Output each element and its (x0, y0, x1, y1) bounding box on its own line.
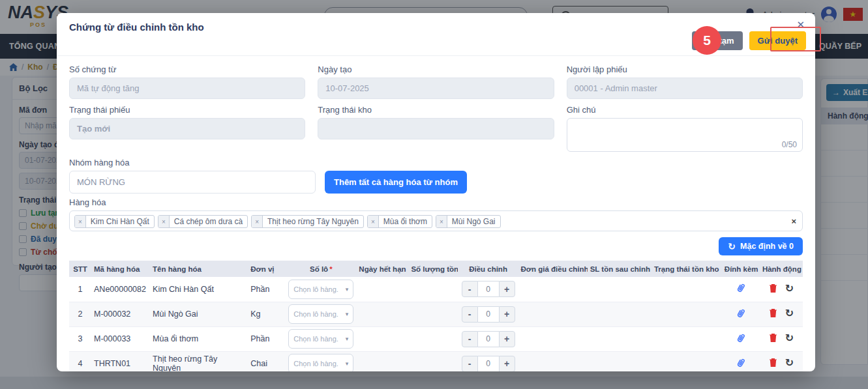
decrement-button[interactable]: - (462, 281, 478, 297)
table-row: 2 M-000032 Mùi Ngò Gai Kg Chọn lô hàng.▾… (69, 302, 803, 326)
quantity-stepper[interactable]: -0+ (462, 281, 515, 297)
tag-label: Mùa ổi thơm (379, 216, 432, 227)
paperclip-icon[interactable] (734, 331, 747, 345)
stock-cell (408, 326, 458, 351)
lot-select[interactable]: Chọn lô hàng.▾ (288, 329, 353, 349)
quantity-stepper[interactable]: -0+ (462, 331, 515, 347)
status-badge: Tạo mới (77, 124, 110, 134)
remove-tag-icon[interactable]: × (368, 216, 379, 227)
note-textarea[interactable] (567, 118, 803, 152)
product-name: Thịt heo rừng Tây Nguyên (150, 351, 248, 371)
creator-input (567, 78, 803, 99)
chevron-down-icon: ▾ (346, 336, 349, 342)
refresh-icon[interactable]: ↻ (785, 283, 794, 294)
product-code: M-000033 (91, 326, 150, 351)
trash-icon[interactable] (769, 308, 777, 318)
product-code: ANe00000082 (91, 277, 150, 302)
product-unit: Kg (248, 302, 286, 326)
paperclip-icon[interactable] (734, 306, 747, 320)
lot-select[interactable]: Chọn lô hàng.▾ (288, 354, 353, 371)
product-group-label: Nhóm hàng hóa (69, 158, 803, 167)
refresh-icon[interactable]: ↻ (785, 333, 794, 343)
adjustment-table: STT Mã hàng hóa Tên hàng hóa Đơn vị Số l… (69, 261, 803, 371)
decrement-button[interactable]: - (462, 306, 478, 323)
product-tag: ×Mùi Ngò Gai (436, 215, 501, 228)
decrement-button[interactable]: - (462, 331, 478, 347)
note-label: Ghi chú (567, 105, 803, 115)
header-lot: Số lô* (286, 261, 356, 277)
product-name: Mùi Ngò Gai (150, 302, 248, 326)
trash-icon[interactable] (769, 333, 777, 343)
quantity-value[interactable]: 0 (478, 281, 499, 297)
price-cell (518, 277, 588, 302)
quantity-stepper[interactable]: -0+ (462, 306, 515, 323)
trash-icon[interactable] (769, 358, 777, 367)
products-multiselect[interactable]: ×Kim Chi Hàn Qất ×Cá chép ôm dưa cà ×Thị… (69, 210, 803, 231)
increment-button[interactable]: + (499, 356, 515, 372)
row-index: 4 (69, 351, 91, 371)
header-attachment: Đính kèm (722, 261, 760, 277)
page: NASYS POS Admin master ★ TỔNG QUAN MENU … (0, 0, 868, 389)
header-adjust-price: Đơn giá điều chỉnh (518, 261, 588, 277)
required-mark: * (329, 265, 332, 273)
document-form: Số chứng từ Trạng thái phiếu Tạo mới Ngà… (69, 65, 803, 158)
after-cell (588, 302, 651, 326)
increment-button[interactable]: + (499, 281, 515, 297)
created-date-label: Ngày tạo (318, 65, 554, 74)
table-header-row: STT Mã hàng hóa Tên hàng hóa Đơn vị Số l… (69, 261, 803, 277)
quantity-value[interactable]: 0 (478, 331, 499, 347)
header-expiry: Ngày hết hạn (356, 261, 408, 277)
note-field[interactable]: 0/50 (567, 118, 803, 152)
status-cell (651, 277, 722, 302)
doc-status-label: Trạng thái phiếu (69, 105, 305, 115)
creator-label: Người lập phiếu (567, 65, 803, 74)
table-row: 4 THRTN01 Thịt heo rừng Tây Nguyên Chai … (69, 351, 803, 371)
product-name: Kim Chi Hàn Qất (150, 277, 248, 302)
header-warehouse-status: Trạng thái tồn kho (651, 261, 722, 277)
annotation-step-badge: 5 (693, 26, 721, 55)
stock-cell (408, 351, 458, 371)
stock-cell (408, 302, 458, 326)
status-cell (651, 351, 722, 371)
decrement-button[interactable]: - (462, 356, 478, 372)
lot-select[interactable]: Chọn lô hàng.▾ (288, 304, 353, 324)
expiry-cell (356, 326, 408, 351)
lot-select[interactable]: Chọn lô hàng.▾ (288, 280, 353, 299)
paperclip-icon[interactable] (734, 356, 747, 369)
reset-to-zero-button[interactable]: ↻Mặc định về 0 (719, 237, 803, 255)
expiry-cell (356, 351, 408, 371)
trash-icon[interactable] (769, 283, 777, 293)
product-tag: ×Cá chép ôm dưa cà (158, 215, 248, 228)
add-all-from-group-button[interactable]: Thêm tất cả hàng hóa từ nhóm (325, 171, 467, 194)
doc-number-input (69, 78, 305, 99)
product-group-select[interactable]: MÓN RỪNG (69, 171, 316, 194)
quantity-value[interactable]: 0 (478, 356, 499, 372)
remove-tag-icon[interactable]: × (252, 216, 263, 227)
header-unit: Đơn vị (248, 261, 286, 277)
paperclip-icon[interactable] (734, 281, 747, 295)
product-tag: ×Kim Chi Hàn Qất (74, 215, 155, 228)
quantity-stepper[interactable]: -0+ (462, 356, 515, 372)
tag-label: Mùi Ngò Gai (447, 216, 500, 227)
modal-body: Số chứng từ Trạng thái phiếu Tạo mới Ngà… (57, 56, 815, 371)
after-cell (588, 351, 651, 371)
refresh-icon[interactable]: ↻ (785, 308, 794, 319)
after-cell (588, 326, 651, 351)
increment-button[interactable]: + (499, 331, 515, 347)
increment-button[interactable]: + (499, 306, 515, 323)
header-action: Hành động (760, 261, 803, 277)
quantity-value[interactable]: 0 (478, 306, 499, 323)
remove-tag-icon[interactable]: × (436, 216, 447, 227)
product-unit: Phần (248, 326, 286, 351)
tag-label: Cá chép ôm dưa cà (170, 216, 247, 227)
status-cell (651, 326, 722, 351)
refresh-icon[interactable]: ↻ (785, 358, 794, 368)
remove-tag-icon[interactable]: × (158, 216, 170, 227)
doc-number-label: Số chứng từ (69, 65, 305, 74)
tag-label: Kim Chi Hàn Qất (86, 216, 154, 227)
refresh-icon: ↻ (728, 241, 736, 252)
header-stt: STT (69, 261, 91, 277)
remove-tag-icon[interactable]: × (75, 216, 86, 227)
clear-all-icon[interactable]: × (791, 216, 796, 226)
reset-label: Mặc định về 0 (740, 242, 794, 251)
